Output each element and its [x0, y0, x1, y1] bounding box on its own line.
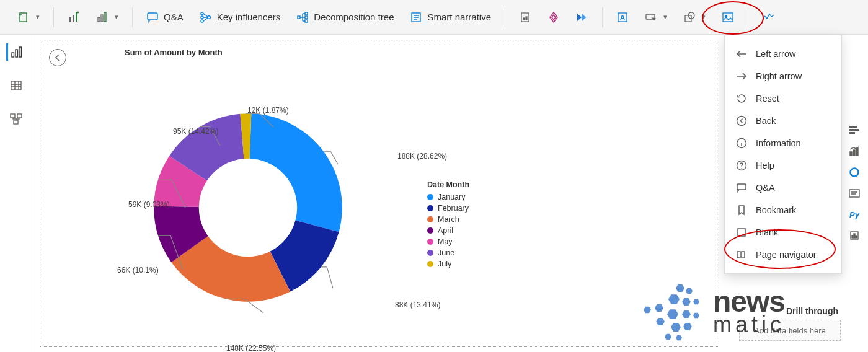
- svg-text:A: A: [620, 14, 625, 21]
- column-chart-add-icon: [96, 11, 108, 24]
- qa-label: Q&A: [164, 12, 184, 22]
- decomposition-tree-button[interactable]: Decomposition tree: [290, 7, 400, 27]
- dd-qa[interactable]: Q&A: [725, 177, 841, 199]
- legend-item-june[interactable]: June: [427, 249, 469, 257]
- legend-item-january[interactable]: January: [427, 193, 469, 201]
- report-icon: [519, 11, 531, 24]
- ribbon-toolbar: ▾ ▾ Q&A Key influencers Decomposition tr…: [0, 0, 868, 35]
- image-button[interactable]: [715, 7, 740, 27]
- dd-label: Blank: [756, 227, 778, 237]
- smart-narrative-button[interactable]: Smart narrative: [404, 7, 497, 27]
- svg-rect-4: [98, 17, 100, 22]
- dd-back[interactable]: Back: [725, 110, 841, 132]
- key-influencers-button[interactable]: Key influencers: [193, 7, 287, 27]
- dd-help[interactable]: Help: [725, 154, 841, 177]
- legend-item-february[interactable]: February: [427, 204, 469, 213]
- svg-rect-44: [850, 152, 852, 156]
- power-automate-icon: [576, 11, 588, 24]
- paginated-report-button[interactable]: [513, 7, 538, 27]
- dd-left-arrow[interactable]: Left arrow: [725, 43, 841, 65]
- viz-card-icon[interactable]: [847, 186, 862, 201]
- svg-rect-43: [849, 132, 855, 134]
- legend-swatch: [427, 205, 433, 211]
- shapes-dropdown[interactable]: ▾: [677, 7, 712, 27]
- legend-swatch: [427, 261, 433, 267]
- svg-point-11: [207, 15, 210, 19]
- model-view-button[interactable]: [7, 110, 25, 128]
- svg-rect-7: [148, 13, 157, 20]
- legend-title: Date Month: [427, 180, 469, 189]
- dd-blank[interactable]: Blank: [725, 221, 841, 244]
- svg-rect-14: [305, 16, 308, 19]
- data-view-button[interactable]: [7, 77, 25, 94]
- legend-swatch: [427, 227, 433, 234]
- chat-icon: [146, 11, 159, 24]
- power-automate-button[interactable]: [570, 7, 595, 27]
- svg-point-47: [851, 169, 859, 177]
- viz-line-column-icon[interactable]: [847, 144, 862, 159]
- legend-item-march[interactable]: March: [427, 215, 469, 224]
- legend-label: February: [438, 204, 469, 213]
- segment-label-june: 95K (14.42%): [173, 127, 218, 136]
- separator: [132, 7, 133, 27]
- navigator-icon: [736, 249, 747, 260]
- smart-narrative-icon: [410, 11, 422, 24]
- legend-item-may[interactable]: May: [427, 237, 469, 246]
- dd-right-arrow[interactable]: Right arrow: [725, 65, 841, 87]
- legend-item-july[interactable]: July: [427, 260, 469, 268]
- drill-back-button[interactable]: [49, 49, 66, 66]
- buttons-dropdown-menu: Left arrow Right arrow Reset Back Inform…: [724, 35, 842, 274]
- svg-rect-39: [737, 252, 740, 258]
- svg-rect-48: [849, 190, 859, 197]
- legend-item-april[interactable]: April: [427, 226, 469, 235]
- viz-donut-icon[interactable]: [847, 165, 862, 180]
- text-box-button[interactable]: A: [610, 7, 635, 27]
- svg-rect-25: [723, 13, 733, 22]
- svg-rect-41: [849, 126, 857, 128]
- viz-column-icon[interactable]: [847, 228, 862, 243]
- more-visuals-dropdown[interactable]: ▾: [90, 7, 125, 27]
- separator: [505, 7, 505, 27]
- new-visual-dropdown[interactable]: ▾: [11, 7, 46, 27]
- power-apps-button[interactable]: [541, 7, 566, 27]
- dd-label: Q&A: [756, 183, 775, 193]
- report-view-button[interactable]: [6, 43, 24, 61]
- dd-reset[interactable]: Reset: [725, 87, 841, 110]
- watermark-text: news matic: [713, 288, 785, 335]
- svg-rect-37: [737, 184, 746, 190]
- donut-chart[interactable]: [146, 105, 350, 310]
- legend-swatch: [427, 216, 433, 222]
- legend-label: June: [438, 249, 454, 257]
- sparkline-button[interactable]: [756, 7, 781, 27]
- dd-label: Right arrow: [756, 71, 802, 81]
- report-canvas[interactable]: Sum of Amount by Month 188K (28.62%)88K …: [40, 40, 719, 347]
- donut-segment-january[interactable]: [250, 113, 342, 232]
- viz-stacked-bar-icon[interactable]: [847, 123, 862, 138]
- dd-label: Left arrow: [756, 49, 795, 59]
- legend-label: January: [438, 193, 465, 201]
- buttons-dropdown[interactable]: ▾: [639, 7, 673, 27]
- svg-rect-19: [526, 17, 527, 20]
- viz-python-icon[interactable]: Py: [847, 207, 862, 222]
- dd-page-navigator[interactable]: Page navigator: [725, 244, 841, 266]
- smart-narrative-label: Smart narrative: [427, 12, 491, 22]
- svg-rect-33: [14, 120, 18, 124]
- dd-bookmark[interactable]: Bookmark: [725, 199, 841, 221]
- watermark: news matic: [641, 279, 785, 345]
- chart-title: Sum of Amount by Month: [125, 48, 223, 57]
- dd-information[interactable]: Information: [725, 132, 841, 154]
- svg-rect-18: [523, 18, 525, 20]
- new-visual-button[interactable]: [61, 7, 86, 27]
- button-insert-icon: [645, 11, 657, 24]
- dd-label: Help: [756, 161, 774, 170]
- chart-legend: Date Month JanuaryFebruaryMarchAprilMayJ…: [427, 180, 469, 271]
- separator: [602, 7, 603, 27]
- svg-rect-50: [852, 235, 853, 238]
- svg-rect-13: [305, 12, 308, 15]
- svg-rect-6: [104, 12, 106, 22]
- svg-rect-28: [16, 50, 18, 57]
- separator: [53, 7, 54, 27]
- qa-button[interactable]: Q&A: [140, 7, 190, 27]
- blank-icon: [736, 227, 747, 238]
- legend-label: May: [438, 237, 453, 246]
